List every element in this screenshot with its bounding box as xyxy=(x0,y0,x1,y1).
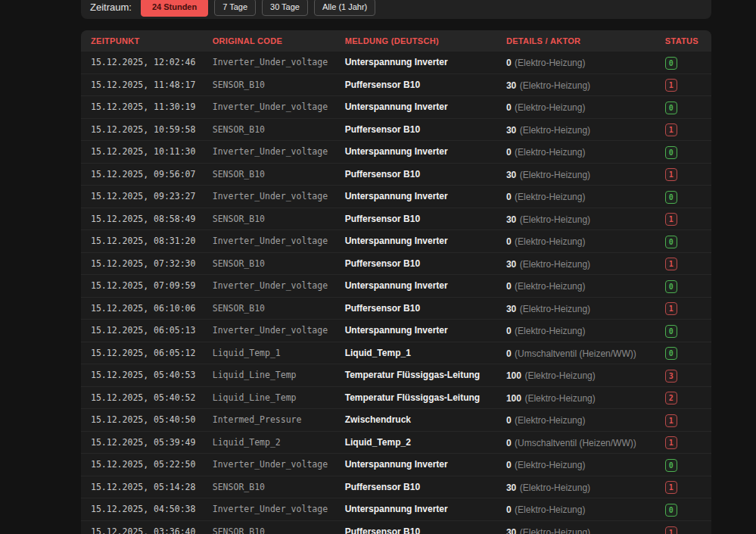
table-row: 15.12.2025, 05:40:50 Intermed_Pressure Z… xyxy=(81,409,711,432)
detail-actor: (Elektro-Heizung) xyxy=(520,527,590,534)
detail-value: 30 xyxy=(506,527,516,534)
cell-message: Unterspannung Inverter xyxy=(335,230,496,253)
cell-timestamp: 15.12.2025, 05:40:50 xyxy=(81,409,203,432)
table-row: 15.12.2025, 06:05:13 Inverter_Under_volt… xyxy=(81,320,711,342)
cell-original-code: Liquid_Line_Temp xyxy=(203,364,335,387)
cell-details: 0 (Elektro-Heizung) xyxy=(496,96,655,119)
column-header-time: Zeitpunkt xyxy=(81,30,203,52)
cell-status: 0 xyxy=(655,52,711,74)
cell-status: 3 xyxy=(655,364,711,387)
cell-original-code: Liquid_Temp_1 xyxy=(203,342,335,364)
detail-actor: (Elektro-Heizung) xyxy=(515,236,585,247)
status-badge: 0 xyxy=(665,504,677,517)
cell-status: 0 xyxy=(655,342,711,364)
cell-message: Puffersensor B10 xyxy=(335,118,496,141)
cell-original-code: Inverter_Under_voltage xyxy=(203,96,335,119)
detail-actor: (Elektro-Heizung) xyxy=(515,504,585,515)
table-row: 15.12.2025, 08:31:20 Inverter_Under_volt… xyxy=(81,230,711,253)
status-badge: 0 xyxy=(665,57,677,70)
cell-timestamp: 15.12.2025, 03:36:40 xyxy=(81,520,203,534)
status-badge: 1 xyxy=(665,168,677,181)
detail-actor: (Elektro-Heizung) xyxy=(515,460,585,470)
cell-details: 30 (Elektro-Heizung) xyxy=(496,520,655,534)
status-badge: 0 xyxy=(665,191,677,204)
cell-original-code: Inverter_Under_voltage xyxy=(203,320,335,342)
cell-timestamp: 15.12.2025, 04:50:38 xyxy=(81,498,203,521)
status-badge: 0 xyxy=(665,236,677,248)
status-badge: 0 xyxy=(665,325,677,338)
cell-timestamp: 15.12.2025, 11:30:19 xyxy=(81,96,203,119)
detail-value: 30 xyxy=(506,80,516,91)
status-badge: 0 xyxy=(665,347,677,360)
detail-value: 30 xyxy=(506,214,516,225)
detail-value: 30 xyxy=(506,170,516,180)
cell-message: Liquid_Temp_1 xyxy=(335,342,496,364)
table-row: 15.12.2025, 10:59:58 SENSOR_B10 Pufferse… xyxy=(81,118,711,141)
cell-details: 30 (Elektro-Heizung) xyxy=(496,476,655,498)
cell-message: Unterspannung Inverter xyxy=(335,141,496,164)
table-row: 15.12.2025, 07:09:59 Inverter_Under_volt… xyxy=(81,275,711,298)
cell-timestamp: 15.12.2025, 09:23:27 xyxy=(81,186,203,208)
cell-status: 1 xyxy=(655,118,711,141)
status-badge: 0 xyxy=(665,459,677,472)
cell-original-code: Liquid_Temp_2 xyxy=(203,431,335,454)
status-badge: 0 xyxy=(665,146,677,159)
cell-timestamp: 15.12.2025, 05:39:49 xyxy=(81,431,203,454)
column-header-code: Original Code xyxy=(203,30,335,52)
cell-details: 0 (Umschaltventil (Heizen/WW)) xyxy=(496,342,655,364)
cell-message: Puffersensor B10 xyxy=(335,163,496,186)
detail-value: 0 xyxy=(506,460,512,470)
detail-value: 30 xyxy=(506,304,516,314)
column-header-message: Meldung (Deutsch) xyxy=(335,30,496,52)
detail-value: 0 xyxy=(506,326,512,336)
cell-details: 0 (Elektro-Heizung) xyxy=(496,320,655,342)
cell-message: Unterspannung Inverter xyxy=(335,52,496,74)
cell-message: Puffersensor B10 xyxy=(335,252,496,275)
detail-value: 0 xyxy=(506,348,512,359)
cell-status: 0 xyxy=(655,320,711,342)
detail-value: 30 xyxy=(506,259,516,270)
cell-original-code: Inverter_Under_voltage xyxy=(203,141,335,164)
cell-timestamp: 15.12.2025, 05:40:53 xyxy=(81,364,203,387)
column-header-details: Details / Aktor xyxy=(496,30,655,52)
cell-details: 0 (Elektro-Heizung) xyxy=(496,141,655,164)
filter-button-30d[interactable]: 30 Tage xyxy=(262,0,308,16)
status-badge: 2 xyxy=(665,392,677,404)
cell-status: 2 xyxy=(655,386,711,409)
cell-details: 0 (Elektro-Heizung) xyxy=(496,409,655,432)
cell-timestamp: 15.12.2025, 06:05:13 xyxy=(81,320,203,342)
cell-status: 1 xyxy=(655,73,711,96)
cell-details: 0 (Elektro-Heizung) xyxy=(496,498,655,521)
table-row: 15.12.2025, 05:40:52 Liquid_Line_Temp Te… xyxy=(81,386,711,409)
status-badge: 1 xyxy=(665,414,677,427)
filter-button-1y[interactable]: Alle (1 Jahr) xyxy=(314,0,375,16)
cell-original-code: Liquid_Line_Temp xyxy=(203,386,335,409)
cell-status: 0 xyxy=(655,230,711,253)
table-row: 15.12.2025, 06:05:12 Liquid_Temp_1 Liqui… xyxy=(81,342,711,364)
status-badge: 0 xyxy=(665,101,677,114)
table-row: 15.12.2025, 05:40:53 Liquid_Line_Temp Te… xyxy=(81,364,711,387)
detail-value: 100 xyxy=(506,370,521,381)
event-log-table: Zeitpunkt Original Code Meldung (Deutsch… xyxy=(81,30,711,534)
cell-status: 0 xyxy=(655,454,711,476)
table-row: 15.12.2025, 08:58:49 SENSOR_B10 Pufferse… xyxy=(81,208,711,230)
detail-actor: (Umschaltventil (Heizen/WW)) xyxy=(515,438,636,448)
cell-details: 0 (Elektro-Heizung) xyxy=(496,454,655,476)
cell-message: Puffersensor B10 xyxy=(335,73,496,96)
filter-button-7d[interactable]: 7 Tage xyxy=(214,0,256,16)
table-body: 15.12.2025, 12:02:46 Inverter_Under_volt… xyxy=(81,52,711,534)
cell-original-code: SENSOR_B10 xyxy=(203,163,335,186)
cell-message: Unterspannung Inverter xyxy=(335,275,496,298)
cell-original-code: Inverter_Under_voltage xyxy=(203,275,335,298)
cell-message: Unterspannung Inverter xyxy=(335,320,496,342)
table-row: 15.12.2025, 04:50:38 Inverter_Under_volt… xyxy=(81,498,711,521)
cell-message: Unterspannung Inverter xyxy=(335,96,496,119)
cell-message: Unterspannung Inverter xyxy=(335,454,496,476)
filter-button-24h[interactable]: 24 Stunden xyxy=(141,0,208,17)
cell-original-code: Inverter_Under_voltage xyxy=(203,498,335,521)
detail-value: 0 xyxy=(506,147,512,158)
status-badge: 1 xyxy=(665,213,677,226)
cell-original-code: SENSOR_B10 xyxy=(203,208,335,230)
status-badge: 1 xyxy=(665,79,677,92)
cell-status: 0 xyxy=(655,275,711,298)
